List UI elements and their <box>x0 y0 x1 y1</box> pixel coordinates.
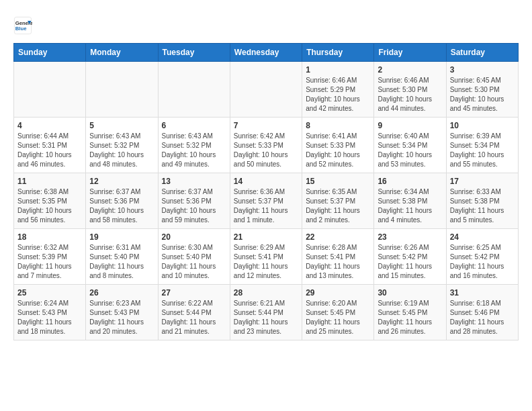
day-number: 19 <box>89 232 154 242</box>
day-info: Sunrise: 6:36 AM Sunset: 5:37 PM Dayligh… <box>234 187 298 225</box>
day-info: Sunrise: 6:33 AM Sunset: 5:38 PM Dayligh… <box>450 187 515 225</box>
header-cell-thursday: Thursday <box>302 44 374 62</box>
week-row-5: 25Sunrise: 6:24 AM Sunset: 5:43 PM Dayli… <box>14 285 519 340</box>
header-cell-friday: Friday <box>374 44 446 62</box>
day-cell: 2Sunrise: 6:46 AM Sunset: 5:30 PM Daylig… <box>374 62 446 118</box>
day-info: Sunrise: 6:23 AM Sunset: 5:43 PM Dayligh… <box>89 299 154 336</box>
day-number: 10 <box>450 121 515 130</box>
day-number: 26 <box>89 288 154 298</box>
day-number: 13 <box>162 177 226 186</box>
day-info: Sunrise: 6:46 AM Sunset: 5:30 PM Dayligh… <box>378 76 442 113</box>
day-cell: 26Sunrise: 6:23 AM Sunset: 5:43 PM Dayli… <box>86 285 158 340</box>
day-cell: 20Sunrise: 6:30 AM Sunset: 5:40 PM Dayli… <box>158 229 230 285</box>
calendar-header: SundayMondayTuesdayWednesdayThursdayFrid… <box>14 44 519 62</box>
day-cell: 7Sunrise: 6:42 AM Sunset: 5:33 PM Daylig… <box>230 118 302 173</box>
day-number: 25 <box>17 288 82 298</box>
day-cell <box>230 62 302 118</box>
day-number: 23 <box>378 232 442 242</box>
week-row-4: 18Sunrise: 6:32 AM Sunset: 5:39 PM Dayli… <box>14 229 519 285</box>
day-number: 28 <box>234 288 298 298</box>
day-cell: 13Sunrise: 6:37 AM Sunset: 5:36 PM Dayli… <box>158 173 230 229</box>
day-info: Sunrise: 6:21 AM Sunset: 5:44 PM Dayligh… <box>234 299 298 336</box>
day-info: Sunrise: 6:24 AM Sunset: 5:43 PM Dayligh… <box>17 299 82 336</box>
day-number: 18 <box>17 232 82 242</box>
header-cell-tuesday: Tuesday <box>158 44 230 62</box>
day-number: 9 <box>378 121 442 130</box>
page: General Blue SundayMondayTuesdayWednesda… <box>0 0 532 347</box>
day-cell: 15Sunrise: 6:35 AM Sunset: 5:37 PM Dayli… <box>302 173 374 229</box>
day-info: Sunrise: 6:43 AM Sunset: 5:32 PM Dayligh… <box>162 132 226 169</box>
day-info: Sunrise: 6:18 AM Sunset: 5:46 PM Dayligh… <box>450 299 515 336</box>
day-number: 14 <box>234 177 298 186</box>
day-info: Sunrise: 6:37 AM Sunset: 5:36 PM Dayligh… <box>89 187 154 225</box>
day-info: Sunrise: 6:28 AM Sunset: 5:41 PM Dayligh… <box>306 243 370 281</box>
day-cell: 10Sunrise: 6:39 AM Sunset: 5:34 PM Dayli… <box>446 118 518 173</box>
header-cell-wednesday: Wednesday <box>230 44 302 62</box>
day-number: 30 <box>378 288 442 298</box>
day-number: 7 <box>234 121 298 130</box>
day-cell: 9Sunrise: 6:40 AM Sunset: 5:34 PM Daylig… <box>374 118 446 173</box>
day-cell: 17Sunrise: 6:33 AM Sunset: 5:38 PM Dayli… <box>446 173 518 229</box>
day-info: Sunrise: 6:39 AM Sunset: 5:34 PM Dayligh… <box>450 132 515 169</box>
day-cell <box>158 62 230 118</box>
day-cell: 5Sunrise: 6:43 AM Sunset: 5:32 PM Daylig… <box>86 118 158 173</box>
day-cell: 19Sunrise: 6:31 AM Sunset: 5:40 PM Dayli… <box>86 229 158 285</box>
calendar-table: SundayMondayTuesdayWednesdayThursdayFrid… <box>13 43 519 340</box>
day-info: Sunrise: 6:41 AM Sunset: 5:33 PM Dayligh… <box>306 132 370 169</box>
day-number: 15 <box>306 177 370 186</box>
day-cell: 1Sunrise: 6:46 AM Sunset: 5:29 PM Daylig… <box>302 62 374 118</box>
day-number: 1 <box>306 65 370 75</box>
calendar-body: 1Sunrise: 6:46 AM Sunset: 5:29 PM Daylig… <box>14 62 519 340</box>
day-info: Sunrise: 6:38 AM Sunset: 5:35 PM Dayligh… <box>17 187 82 225</box>
day-info: Sunrise: 6:37 AM Sunset: 5:36 PM Dayligh… <box>162 187 226 225</box>
day-info: Sunrise: 6:25 AM Sunset: 5:42 PM Dayligh… <box>450 243 515 281</box>
day-cell: 24Sunrise: 6:25 AM Sunset: 5:42 PM Dayli… <box>446 229 518 285</box>
day-cell: 21Sunrise: 6:29 AM Sunset: 5:41 PM Dayli… <box>230 229 302 285</box>
day-number: 8 <box>306 121 370 130</box>
day-number: 21 <box>234 232 298 242</box>
day-cell <box>14 62 86 118</box>
day-number: 27 <box>162 288 226 298</box>
day-info: Sunrise: 6:46 AM Sunset: 5:29 PM Dayligh… <box>306 76 370 113</box>
header-cell-saturday: Saturday <box>446 44 518 62</box>
day-info: Sunrise: 6:26 AM Sunset: 5:42 PM Dayligh… <box>378 243 442 281</box>
logo-icon: General Blue <box>13 16 32 35</box>
day-info: Sunrise: 6:42 AM Sunset: 5:33 PM Dayligh… <box>234 132 298 169</box>
day-number: 16 <box>378 177 442 186</box>
day-info: Sunrise: 6:31 AM Sunset: 5:40 PM Dayligh… <box>89 243 154 281</box>
day-cell <box>86 62 158 118</box>
header-cell-sunday: Sunday <box>14 44 86 62</box>
day-cell: 18Sunrise: 6:32 AM Sunset: 5:39 PM Dayli… <box>14 229 86 285</box>
day-info: Sunrise: 6:29 AM Sunset: 5:41 PM Dayligh… <box>234 243 298 281</box>
day-cell: 25Sunrise: 6:24 AM Sunset: 5:43 PM Dayli… <box>14 285 86 340</box>
day-cell: 6Sunrise: 6:43 AM Sunset: 5:32 PM Daylig… <box>158 118 230 173</box>
header: General Blue <box>13 13 519 35</box>
header-cell-monday: Monday <box>86 44 158 62</box>
day-info: Sunrise: 6:43 AM Sunset: 5:32 PM Dayligh… <box>89 132 154 169</box>
day-cell: 31Sunrise: 6:18 AM Sunset: 5:46 PM Dayli… <box>446 285 518 340</box>
day-number: 24 <box>450 232 515 242</box>
day-info: Sunrise: 6:20 AM Sunset: 5:45 PM Dayligh… <box>306 299 370 336</box>
day-number: 4 <box>17 121 82 130</box>
day-number: 12 <box>89 177 154 186</box>
day-number: 5 <box>89 121 154 130</box>
day-number: 22 <box>306 232 370 242</box>
day-info: Sunrise: 6:22 AM Sunset: 5:44 PM Dayligh… <box>162 299 226 336</box>
day-info: Sunrise: 6:34 AM Sunset: 5:38 PM Dayligh… <box>378 187 442 225</box>
day-info: Sunrise: 6:30 AM Sunset: 5:40 PM Dayligh… <box>162 243 226 281</box>
day-number: 3 <box>450 65 515 75</box>
day-number: 6 <box>162 121 226 130</box>
week-row-1: 1Sunrise: 6:46 AM Sunset: 5:29 PM Daylig… <box>14 62 519 118</box>
logo: General Blue <box>13 16 35 35</box>
day-number: 11 <box>17 177 82 186</box>
day-info: Sunrise: 6:35 AM Sunset: 5:37 PM Dayligh… <box>306 187 370 225</box>
day-cell: 23Sunrise: 6:26 AM Sunset: 5:42 PM Dayli… <box>374 229 446 285</box>
day-cell: 11Sunrise: 6:38 AM Sunset: 5:35 PM Dayli… <box>14 173 86 229</box>
day-cell: 16Sunrise: 6:34 AM Sunset: 5:38 PM Dayli… <box>374 173 446 229</box>
day-number: 2 <box>378 65 442 75</box>
day-info: Sunrise: 6:32 AM Sunset: 5:39 PM Dayligh… <box>17 243 82 281</box>
svg-text:Blue: Blue <box>15 26 27 32</box>
day-cell: 4Sunrise: 6:44 AM Sunset: 5:31 PM Daylig… <box>14 118 86 173</box>
day-cell: 3Sunrise: 6:45 AM Sunset: 5:30 PM Daylig… <box>446 62 518 118</box>
day-cell: 29Sunrise: 6:20 AM Sunset: 5:45 PM Dayli… <box>302 285 374 340</box>
